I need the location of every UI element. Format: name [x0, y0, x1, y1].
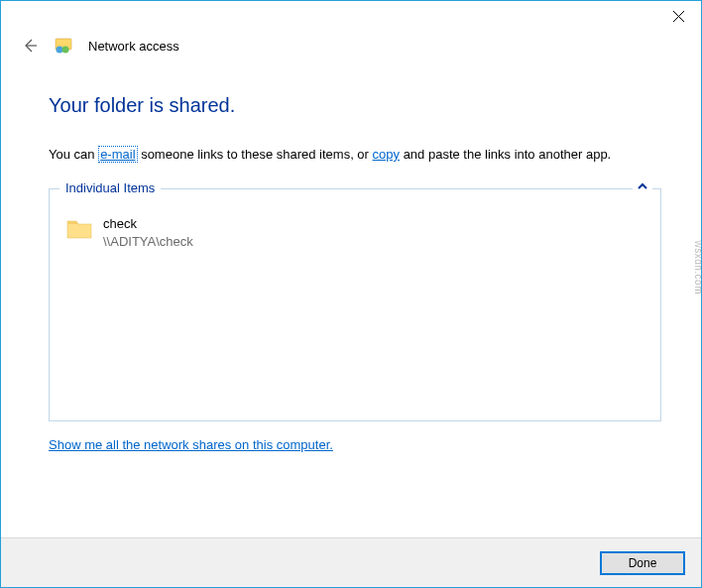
instruction-part1: You can: [49, 147, 98, 162]
email-link[interactable]: e-mail: [98, 146, 137, 163]
titlebar: [1, 1, 701, 31]
close-button[interactable]: [655, 1, 701, 31]
header: Network access: [1, 31, 701, 72]
svg-point-4: [57, 47, 63, 54]
collapse-button[interactable]: [633, 180, 652, 194]
svg-point-5: [62, 47, 69, 54]
footer: Done: [1, 537, 701, 587]
copy-link[interactable]: copy: [373, 147, 400, 162]
show-all-shares-link[interactable]: Show me all the network shares on this c…: [49, 437, 661, 452]
folder-icon: [65, 217, 93, 241]
shared-item-text: check \\ADITYA\check: [103, 215, 193, 251]
done-button[interactable]: Done: [600, 551, 685, 575]
back-button[interactable]: [21, 37, 39, 55]
watermark: wsxdn.com: [694, 240, 703, 294]
network-access-icon: [55, 37, 72, 55]
window-title: Network access: [88, 39, 179, 54]
instruction-part3: and paste the links into another app.: [400, 147, 611, 162]
chevron-up-icon: [637, 181, 648, 191]
shared-item-path: \\ADITYA\check: [103, 233, 193, 251]
shared-item[interactable]: check \\ADITYA\check: [61, 207, 648, 259]
back-arrow-icon: [22, 38, 38, 54]
instruction-part2: someone links to these shared items, or: [138, 147, 373, 162]
instruction-text: You can e-mail someone links to these sh…: [49, 145, 661, 165]
content-area: Your folder is shared. You can e-mail so…: [1, 72, 701, 537]
shared-item-name: check: [103, 215, 193, 233]
close-icon: [673, 11, 684, 22]
page-heading: Your folder is shared.: [49, 94, 661, 117]
individual-items-group: Individual Items check \\ADITYA\check: [49, 188, 661, 421]
group-legend: Individual Items: [59, 180, 161, 195]
